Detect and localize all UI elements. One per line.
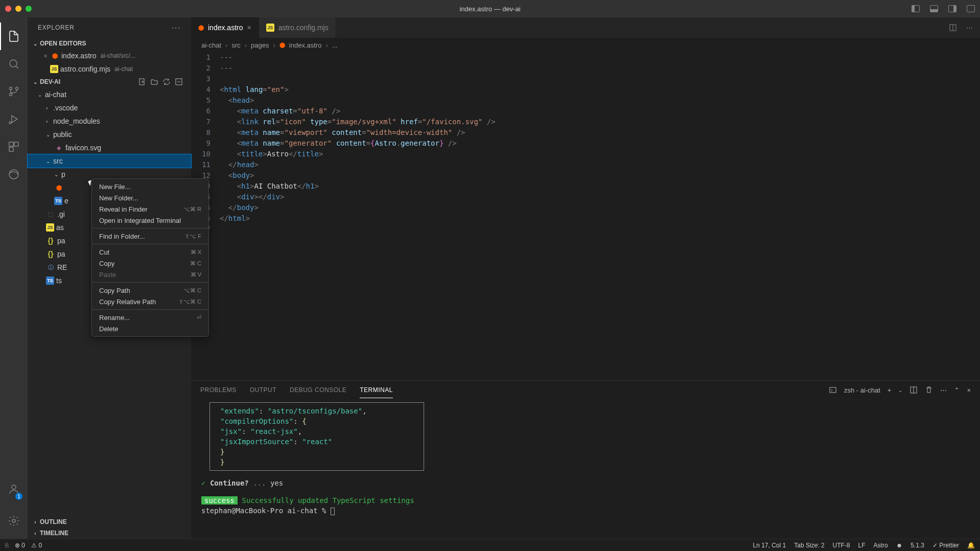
timeline-section[interactable]: › TIMELINE <box>28 527 191 539</box>
errors-status[interactable]: ⊗ 0 <box>15 542 25 549</box>
extensions-activity[interactable] <box>0 133 28 160</box>
file-label: ts <box>56 277 62 285</box>
remote-icon[interactable]: ⎘ <box>5 542 9 549</box>
feedback-icon[interactable]: ☻ <box>896 542 903 549</box>
workspace-actions <box>138 78 187 86</box>
ts-file-icon: TS <box>54 197 62 205</box>
close-icon[interactable]: × <box>247 24 251 32</box>
folder-ai-chat[interactable]: ⌄ ai-chat <box>28 88 191 101</box>
open-editors-label: OPEN EDITORS <box>40 40 86 47</box>
terminal-launch-icon[interactable] <box>829 386 837 394</box>
titlebar: index.astro — dev-ai <box>0 0 980 17</box>
breadcrumb[interactable]: ai-chat › src › pages › ⬢ index.astro › … <box>191 38 980 52</box>
outline-section[interactable]: › OUTLINE <box>28 516 191 527</box>
close-icon[interactable]: × <box>41 52 50 60</box>
panel-tab-terminal[interactable]: TERMINAL <box>360 382 393 398</box>
sidebar-more-icon[interactable]: ⋯ <box>171 22 181 33</box>
toggle-right-sidebar-icon[interactable] <box>948 5 956 12</box>
file-favicon[interactable]: ◈ favicon.svg <box>28 141 191 154</box>
account-activity[interactable]: 1 <box>0 475 28 503</box>
timeline-label: TIMELINE <box>40 530 68 537</box>
folder-label: src <box>53 157 63 165</box>
tab-astro-config[interactable]: JS astro.config.mjs <box>259 17 336 38</box>
new-folder-icon[interactable] <box>150 78 158 86</box>
terminal-dropdown-icon[interactable]: ⌄ <box>898 387 902 393</box>
folder-public[interactable]: ⌄ public <box>28 128 191 141</box>
terminal-shell-label[interactable]: zsh - ai-chat <box>844 386 880 394</box>
file-label: as <box>56 223 64 232</box>
ctx-rename[interactable]: Rename...⏎ <box>92 312 208 323</box>
file-label: e <box>64 197 68 205</box>
toggle-panel-icon[interactable] <box>930 5 938 12</box>
refresh-icon[interactable] <box>162 78 171 86</box>
version[interactable]: 5.1.3 <box>911 542 924 549</box>
maximize-panel-icon[interactable]: ⌃ <box>954 386 960 394</box>
minimize-window[interactable] <box>15 6 21 12</box>
ctx-copy[interactable]: Copy⌘ C <box>92 258 208 269</box>
crumb[interactable]: ... <box>332 41 338 49</box>
language-mode[interactable]: Astro <box>874 542 888 549</box>
svg-point-0 <box>10 60 17 67</box>
open-editor-item[interactable]: JS astro.config.mjs ai-chat <box>28 62 191 76</box>
encoding[interactable]: UTF-8 <box>833 542 850 549</box>
more-icon[interactable]: ⋯ <box>940 386 947 394</box>
folder-src[interactable]: ⌄ src <box>28 154 191 168</box>
panel-tab-problems[interactable]: PROBLEMS <box>200 382 237 398</box>
ctx-copy-path[interactable]: Copy Path⌥⌘ C <box>92 285 208 296</box>
close-panel-icon[interactable]: × <box>967 386 971 394</box>
source-control-activity[interactable] <box>0 78 28 105</box>
toggle-sidebar-icon[interactable] <box>912 5 920 12</box>
ctx-terminal[interactable]: Open in Integrated Terminal <box>92 215 208 226</box>
explorer-activity[interactable] <box>0 22 28 50</box>
code-editor[interactable]: 1234567891011121314151617 --- --- <html … <box>191 52 980 380</box>
crumb[interactable]: pages <box>251 41 269 49</box>
tab-index-astro[interactable]: ⬢ index.astro × <box>191 17 259 38</box>
trash-icon[interactable] <box>925 386 933 394</box>
text-file-icon: ⬚ <box>46 210 55 218</box>
svg-point-3 <box>10 94 12 96</box>
ctx-delete[interactable]: Delete <box>92 323 208 334</box>
panel-tab-debug[interactable]: DEBUG CONSOLE <box>290 382 346 398</box>
terminal-content[interactable]: "extends": "astro/tsconfigs/base", "comp… <box>191 399 980 539</box>
folder-vscode[interactable]: › .vscode <box>28 101 191 114</box>
ctx-reveal[interactable]: Reveal in Finder⌥⌘ R <box>92 203 208 215</box>
ctx-new-file[interactable]: New File... <box>92 181 208 192</box>
open-editor-item[interactable]: × ⬢ index.astro ai-chat/src/... <box>28 49 191 62</box>
maximize-window[interactable] <box>26 6 32 12</box>
new-file-icon[interactable] <box>138 78 146 86</box>
chevron-down-icon: ⌄ <box>32 79 39 85</box>
run-debug-activity[interactable] <box>0 105 28 133</box>
crumb[interactable]: src <box>231 41 240 49</box>
notifications-icon[interactable]: 🔔 <box>967 542 975 549</box>
ctx-copy-rel[interactable]: Copy Relative Path⇧⌥⌘ C <box>92 296 208 307</box>
crumb[interactable]: index.astro <box>289 41 322 49</box>
search-activity[interactable] <box>0 50 28 78</box>
workspace-section[interactable]: ⌄ DEV-AI <box>28 76 191 88</box>
eol[interactable]: LF <box>858 542 866 549</box>
settings-activity[interactable] <box>0 507 28 535</box>
open-editors-section[interactable]: ⌄ OPEN EDITORS <box>28 38 191 49</box>
warnings-status[interactable]: ⚠ 0 <box>31 542 42 549</box>
panel-tab-output[interactable]: OUTPUT <box>250 382 276 398</box>
ctx-find[interactable]: Find in Folder...⇧⌥ F <box>92 231 208 242</box>
code-content[interactable]: --- --- <html lang="en"> <head> <meta ch… <box>220 52 980 380</box>
folder-node-modules[interactable]: › node_modules <box>28 114 191 128</box>
collapse-icon[interactable] <box>175 78 183 86</box>
more-icon[interactable]: ⋯ <box>966 24 973 32</box>
split-terminal-icon[interactable] <box>909 386 918 394</box>
tab-size[interactable]: Tab Size: 2 <box>794 542 824 549</box>
close-window[interactable] <box>5 6 11 12</box>
crumb[interactable]: ai-chat <box>201 41 221 49</box>
add-terminal-icon[interactable]: + <box>888 386 892 394</box>
prettier-status[interactable]: ✓ Prettier <box>932 542 959 549</box>
split-editor-icon[interactable] <box>949 24 957 32</box>
separator <box>92 282 208 283</box>
edge-activity[interactable] <box>0 160 28 188</box>
svg-rect-16 <box>830 387 836 393</box>
ctx-cut[interactable]: Cut⌘ X <box>92 246 208 258</box>
customize-layout-icon[interactable] <box>967 5 975 12</box>
ctx-new-folder[interactable]: New Folder... <box>92 192 208 203</box>
git-branch-icon <box>8 85 20 98</box>
file-label: RE <box>57 263 67 271</box>
cursor-position[interactable]: Ln 17, Col 1 <box>753 542 786 549</box>
